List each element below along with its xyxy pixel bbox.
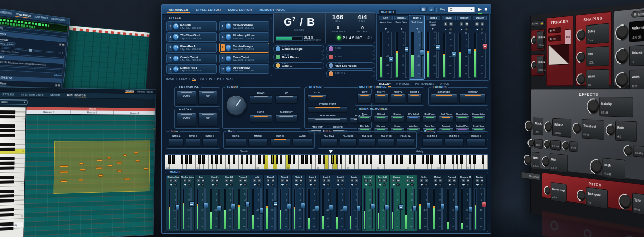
solo-button[interactable]: S (350, 179, 354, 182)
black-key[interactable] (301, 155, 304, 164)
solo-mute-buttons[interactable]: SM (392, 179, 400, 182)
mute-button[interactable]: M (466, 179, 470, 182)
bender-range-knob[interactable] (545, 187, 549, 194)
mixer-channel-rhythm-main[interactable]: Rhythm MainSM1260-18-36-∞ (181, 175, 195, 231)
lw-tab-song-editor[interactable]: SONG EDITOR (33, 15, 49, 20)
width-knob-group[interactable]: Width50 % (616, 69, 644, 90)
channel-controls[interactable] (197, 183, 204, 187)
melody-strip-master[interactable]: MasterSM▼1260-18-36-∞ (472, 15, 487, 79)
notes-dropdown[interactable]: Notes▾ (0, 99, 28, 105)
melody-strip-left[interactable]: LeftWarm Glue▼1260-18-36-∞ (378, 15, 393, 79)
delay-knob[interactable] (577, 31, 584, 40)
black-key[interactable] (323, 155, 325, 164)
volume-fader[interactable] (421, 32, 423, 78)
midi-note[interactable] (144, 168, 148, 170)
eq-mid-knob[interactable] (543, 157, 549, 166)
mute-button[interactable]: M (174, 179, 177, 182)
variation-fill-in-cc[interactable] (359, 138, 376, 147)
black-key[interactable] (246, 155, 248, 164)
fader-handle[interactable] (217, 206, 222, 211)
memory-pool-tab[interactable]: Memory Pool (6) (137, 90, 152, 93)
volume-fader[interactable] (371, 188, 373, 230)
solo-mute-buttons[interactable]: SM (420, 179, 428, 182)
midi-note[interactable] (117, 170, 122, 172)
channel-controls[interactable] (337, 183, 344, 187)
solo-button[interactable]: S (444, 22, 448, 26)
chevron-down-icon[interactable] (365, 184, 368, 186)
fader-handle[interactable] (420, 49, 424, 56)
solo-mute-buttons[interactable]: SM (448, 179, 456, 182)
black-key[interactable] (310, 155, 313, 164)
attack-knob[interactable] (526, 122, 532, 130)
channel-controls[interactable] (295, 183, 302, 187)
mute-button[interactable]: M (313, 179, 317, 182)
black-key[interactable] (426, 155, 429, 164)
eq-bass-knob[interactable] (525, 156, 531, 164)
solo-button[interactable]: S (459, 22, 463, 26)
chevron-down-icon[interactable] (295, 184, 298, 186)
fader-handle[interactable] (203, 203, 208, 208)
white-key[interactable]: C6 (376, 155, 380, 169)
solo-button[interactable]: S (461, 179, 465, 182)
black-key[interactable] (413, 155, 416, 164)
mute-button[interactable]: M (243, 179, 247, 182)
octave-up-button[interactable]: UP (198, 113, 217, 127)
mixer-channel-input-4[interactable]: Input 4SM1260-18-36-∞ (347, 175, 362, 231)
melody-strip-right-2[interactable]: Right 2Rock Organ▼1260-18-36-∞ (409, 15, 424, 79)
split-point-marker[interactable] (329, 150, 333, 153)
info-row-lyrics[interactable]: LYRICS Viva Las Vegas (326, 62, 375, 69)
bank-memory-nylon-guitar[interactable] (455, 116, 470, 123)
roll-white-key[interactable] (0, 140, 25, 145)
strip-instrument[interactable]: Rock Piano (394, 21, 408, 27)
black-key[interactable] (473, 155, 476, 164)
channel-controls[interactable] (323, 183, 330, 187)
chevron-down-icon[interactable]: ▼ (416, 28, 418, 30)
fader-handle[interactable] (370, 204, 375, 209)
black-key[interactable] (263, 155, 265, 164)
pan-knob[interactable] (424, 183, 428, 186)
strip-controls[interactable]: ▼ (460, 28, 468, 31)
roll-black-key[interactable] (0, 110, 15, 114)
tab-arranger[interactable]: ARRANGER (165, 6, 192, 13)
chevron-down-icon[interactable] (448, 184, 452, 186)
mixer-channel-delay[interactable]: DelaySM1260-18-36-∞ (403, 175, 417, 231)
black-key[interactable] (443, 155, 446, 164)
chevron-down-icon[interactable] (170, 184, 173, 186)
mute-button[interactable]: M (410, 179, 414, 182)
info-row-preset[interactable]: PRESET Rock Piano (273, 54, 324, 60)
style-list-item[interactable]: 2 60'sRock&Roll 1 Apr 2024 · 258.4 KB (219, 21, 269, 31)
tempo-down-button[interactable] (250, 95, 272, 104)
channel-controls[interactable] (420, 183, 428, 187)
tune-knob[interactable] (620, 195, 630, 209)
makeup-knob-group[interactable]: MakeUp0.0 dB (588, 97, 633, 117)
roll-black-key[interactable] (0, 124, 15, 128)
mixer-channel-reverb-2[interactable]: Reverb 2SM1260-18-36-∞ (376, 175, 390, 231)
solo-button[interactable]: S (475, 179, 479, 182)
mute-button[interactable]: M (424, 179, 428, 182)
transpose-knob-group[interactable]: Transpose0 st (578, 186, 608, 209)
white-key[interactable]: C2 (256, 155, 260, 169)
fader-handle[interactable] (404, 46, 409, 53)
tempo-tap-reset-button[interactable] (275, 115, 298, 123)
midi-note[interactable] (154, 128, 156, 130)
pan-knob[interactable] (383, 183, 386, 186)
release-knob[interactable] (532, 38, 536, 43)
volume-fader[interactable] (427, 188, 429, 230)
mute-button[interactable]: M (201, 179, 205, 182)
bank-memory-rhodes[interactable] (390, 116, 405, 123)
solo-mute-buttons[interactable]: SM (434, 179, 442, 182)
solo-mute-buttons[interactable]: SM (475, 21, 484, 27)
solo-button[interactable]: S (225, 179, 228, 182)
black-key[interactable] (422, 155, 424, 164)
threshold-knob-group[interactable]: Threshold0.0 dB (573, 119, 604, 140)
solo-mute-buttons[interactable]: SM (183, 179, 191, 182)
black-key[interactable] (185, 155, 188, 164)
black-key[interactable] (228, 155, 231, 164)
black-key[interactable] (469, 155, 471, 164)
mute-button[interactable]: M (285, 179, 289, 182)
roll-black-key[interactable] (0, 227, 13, 231)
midi-note[interactable] (134, 152, 138, 154)
solo-mute-buttons[interactable]: SM (266, 179, 275, 182)
volume-fader[interactable] (330, 188, 332, 230)
pan-knob[interactable] (369, 183, 372, 186)
